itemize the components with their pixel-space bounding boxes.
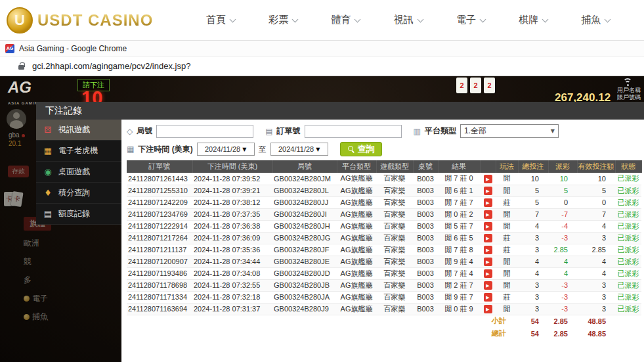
column-header: 有效投注額 [577,160,615,173]
total-bet: 54 [518,327,548,340]
browser-titlebar: AG Asia Gaming - Google Chrome [0,41,644,57]
total-valid: 48.85 [577,327,615,340]
round-label: 局號 [137,125,152,137]
nav-item-1[interactable]: 首頁 [206,14,235,26]
bet-table-head-row: 訂單號下注時間 (美東)局號平台類型遊戲類型桌號結果玩法總投注派彩有效投注額狀態 [127,160,641,173]
caret-down-icon: ▼ [242,147,246,152]
chevron-down-icon [605,16,611,22]
bet-row: 2411280712111372024-11-28 07:35:36GB0032… [127,244,641,256]
replay-button[interactable]: ▶ [484,187,492,195]
replay-button[interactable]: ▶ [484,281,492,290]
site-header: U USDT CASINO 首頁彩票體育視訊電子棋牌捕魚 [0,0,644,41]
nav-item-3[interactable]: 體育 [331,14,360,26]
total-row: 總計 54 2.85 48.85 [127,327,641,340]
to-label: 至 [259,144,267,155]
nav-item-6[interactable]: 棋牌 [519,14,547,26]
browser-viewport: gba 20.1 存款 卡 卡 旗艦歐洲競多電子捕魚 AG ASIA GAMIN… [0,76,644,362]
subtotal-bet: 54 [518,315,548,327]
url-text[interactable]: gci.2hhapi.com/agingame/pcv2/index.jsp? [32,61,190,71]
column-header: 遊戲類型 [376,160,413,173]
chevron-down-icon: ▼ [551,128,555,134]
record-icon: ▤ [43,209,53,219]
replay-button[interactable]: ▶ [484,222,492,231]
chevron-down-icon [230,16,236,22]
bet-row: 2411280711934862024-11-28 07:34:08GB0032… [127,267,641,279]
bet-row: 2411280711786982024-11-28 07:32:55GB0032… [127,279,641,291]
modal-content: ◇ 局號 ▤ 訂單號 ▥ 平台類型 1.全部 ▼ [121,120,644,362]
replay-button[interactable]: ▶ [484,269,492,278]
subtotal-row: 小計 54 2.85 48.85 [127,315,641,327]
bet-row: 2411280712172642024-11-28 07:36:09GB0032… [127,232,641,244]
nav-item-2[interactable]: 彩票 [268,14,297,26]
subtotal-valid: 48.85 [577,315,615,327]
dice-icon: ⚄ [43,125,53,135]
replay-button[interactable]: ▶ [484,305,492,313]
search-button[interactable]: 查詢 [340,142,382,156]
menu-item-record[interactable]: ▤額度記錄 [36,204,121,225]
menu-item-slot[interactable]: ▦電子老虎機 [36,141,121,162]
bet-record-modal: 下注記錄 ⚄視訊遊戲▦電子老虎機◉桌面遊戲♦積分查詢▤額度記錄 ◇ 局號 ▤ 訂… [36,102,644,362]
platform-icon: ▥ [414,127,421,136]
chevron-down-icon [542,16,549,22]
column-header: 狀態 [615,160,641,173]
column-header: 桌號 [413,160,438,173]
table-game-icon: ◉ [43,167,53,177]
replay-button[interactable]: ▶ [484,234,492,242]
bet-row: 2411280712553102024-11-28 07:39:21GB0032… [127,185,641,196]
replay-button[interactable]: ▶ [484,246,492,254]
menu-item-table-game[interactable]: ◉桌面遊戲 [36,162,121,183]
date-from-picker[interactable]: 2024/11/28 ▼ [197,143,255,156]
column-header: 玩法 [496,160,518,173]
bet-row: 2411280711636942024-11-28 07:31:37GB0032… [127,303,641,315]
browser-urlbar[interactable]: gci.2hhapi.com/agingame/pcv2/index.jsp? [0,57,644,76]
column-header [480,160,496,173]
calendar-icon: ▦ [127,145,134,154]
order-input[interactable] [305,125,402,138]
brand-name: USDT CASINO [37,11,153,30]
total-label: 總計 [127,327,518,340]
chevron-down-icon [292,16,299,22]
subtotal-label: 小計 [127,315,518,327]
column-header: 下注時間 (美東) [192,160,272,173]
column-header: 局號 [272,160,337,173]
order-icon: ▤ [265,127,272,136]
column-header: 結果 [438,160,480,173]
column-header: 平台類型 [337,160,376,173]
bet-row: 2411280712009072024-11-28 07:34:44GB0032… [127,256,641,267]
replay-button[interactable]: ▶ [484,293,492,302]
order-label: 訂單號 [277,125,301,137]
nav-item-4[interactable]: 視訊 [394,14,423,26]
bet-row: 2411280712347692024-11-28 07:37:35GB0032… [127,208,641,220]
points-icon: ♦ [43,188,53,198]
replay-button[interactable]: ▶ [484,210,492,219]
screen: U USDT CASINO 首頁彩票體育視訊電子棋牌捕魚 AG Asia Gam… [0,0,644,362]
lock-icon [18,62,25,70]
filter-row-1: ◇ 局號 ▤ 訂單號 ▥ 平台類型 1.全部 ▼ [127,124,641,138]
chevron-down-icon [417,16,423,22]
date-to-picker[interactable]: 2024/11/28 ▼ [270,143,328,156]
site-logo: U USDT CASINO [7,7,153,34]
bet-time-label: 下注時間 (美東) [138,144,192,155]
chevron-down-icon [354,16,361,22]
bet-table-body: 2411280712614432024-11-28 07:39:52GB0032… [127,173,641,315]
platform-select[interactable]: 1.全部 ▼ [460,124,559,138]
replay-button[interactable]: ▶ [484,198,492,207]
magnifier-icon [347,145,355,153]
slot-icon: ▦ [43,146,53,156]
asia-gaming-favicon: AG [5,44,14,53]
bet-row: 2411280712614432024-11-28 07:39:52GB0032… [127,173,641,185]
round-icon: ◇ [127,127,133,136]
column-header: 訂單號 [127,160,192,173]
bet-row: 2411280711713342024-11-28 07:32:18GB0032… [127,291,641,303]
bet-row: 2411280712229142024-11-28 07:36:38GB0032… [127,220,641,232]
round-input[interactable] [156,125,253,138]
nav-item-7[interactable]: 捕魚 [581,14,610,26]
filter-row-2: ▦ 下注時間 (美東) 2024/11/28 ▼ 至 2024/11/28 ▼ [127,142,641,156]
column-header: 總投注 [518,160,548,173]
platform-label: 平台類型 [425,125,456,137]
menu-item-points[interactable]: ♦積分查詢 [36,183,121,204]
replay-button[interactable]: ▶ [484,175,492,183]
replay-button[interactable]: ▶ [484,258,492,266]
menu-item-dice[interactable]: ⚄視訊遊戲 [36,120,121,141]
nav-item-5[interactable]: 電子 [456,14,485,26]
